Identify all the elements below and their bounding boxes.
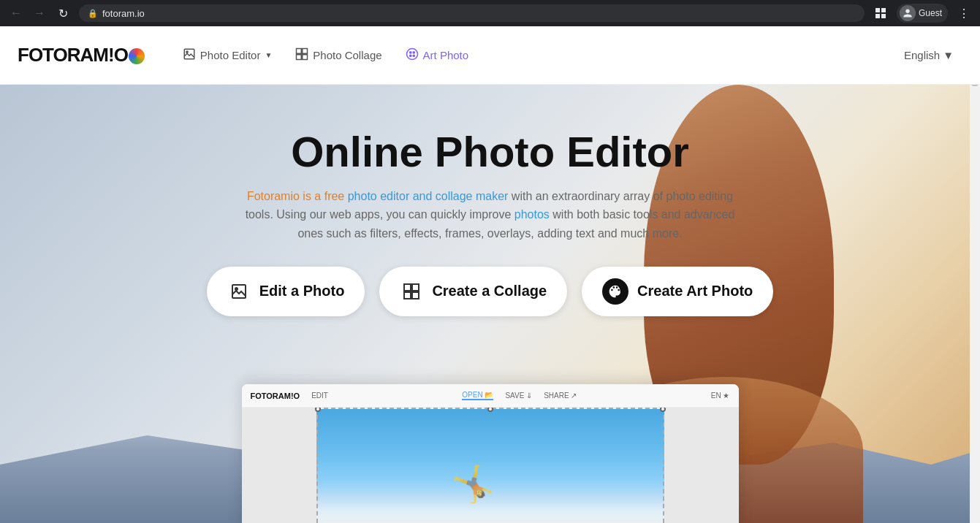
art-photo-label: Art Photo	[423, 49, 469, 61]
guest-button[interactable]: Guest	[897, 4, 948, 23]
svg-point-5	[186, 50, 188, 52]
address-bar[interactable]: 🔒 fotoram.io	[79, 4, 865, 22]
svg-rect-18	[412, 284, 419, 291]
svg-point-11	[409, 51, 411, 53]
edit-photo-icon	[227, 280, 251, 303]
browser-chrome: ← → ↻ 🔒 fotoram.io Guest ⋮	[0, 0, 980, 26]
svg-rect-1	[881, 8, 886, 12]
scrollbar[interactable]	[970, 26, 980, 523]
preview-save-btn[interactable]: SAVE ⇓	[505, 392, 532, 400]
photo-editor-chevron: ▼	[265, 51, 272, 59]
language-chevron: ▼	[943, 49, 954, 61]
reload-button[interactable]: ↻	[53, 3, 73, 23]
photo-collage-label: Photo Collage	[313, 49, 381, 61]
avatar	[900, 5, 916, 21]
menu-icon: ⋮	[958, 7, 970, 20]
back-button[interactable]: ←	[6, 3, 26, 23]
nav-art-photo[interactable]: Art Photo	[397, 42, 478, 69]
hero-section: Online Photo Editor Fotoramio is a free …	[0, 85, 980, 523]
navbar: FOTORAM!O Photo Editor ▼ Photo Collage	[0, 26, 980, 85]
svg-rect-3	[881, 14, 886, 18]
subtitle-orange: Fotoramio is a free	[247, 190, 348, 202]
svg-point-14	[413, 55, 414, 56]
preview-window: FOTORAM!O EDIT OPEN 📂 SAVE ⇓ SHARE ↗ EN …	[242, 384, 739, 523]
subtitle-blue2: photos	[514, 208, 552, 221]
forward-button[interactable]: →	[29, 3, 50, 23]
svg-rect-7	[303, 48, 308, 53]
photo-editor-icon	[183, 47, 196, 64]
tab-icon-button[interactable]	[870, 3, 891, 23]
menu-button[interactable]: ⋮	[954, 3, 974, 23]
svg-rect-2	[875, 14, 880, 18]
cta-buttons: Edit a Photo Create a Collage Create Art…	[207, 267, 774, 316]
svg-rect-20	[412, 292, 419, 299]
preview-container: FOTORAM!O EDIT OPEN 📂 SAVE ⇓ SHARE ↗ EN …	[242, 384, 739, 523]
create-art-photo-label: Create Art Photo	[637, 283, 753, 299]
preview-content: 🤸	[242, 408, 739, 523]
create-collage-label: Create a Collage	[432, 283, 547, 299]
art-photo-icon	[406, 47, 419, 64]
svg-point-13	[409, 55, 411, 56]
url-text: fotoram.io	[102, 8, 145, 19]
browser-nav-buttons: ← → ↻	[6, 3, 73, 23]
photo-editor-label: Photo Editor	[200, 49, 261, 61]
guest-label: Guest	[919, 8, 942, 18]
logo[interactable]: FOTORAM!O	[18, 44, 145, 66]
create-collage-icon	[400, 280, 423, 303]
create-collage-button[interactable]: Create a Collage	[379, 267, 567, 316]
create-art-photo-button[interactable]: Create Art Photo	[582, 267, 773, 316]
nav-photo-editor[interactable]: Photo Editor ▼	[174, 42, 281, 69]
edit-photo-button[interactable]: Edit a Photo	[207, 267, 365, 316]
svg-rect-8	[297, 54, 302, 59]
preview-logo: FOTORAM!O	[251, 392, 300, 400]
nav-links: Photo Editor ▼ Photo Collage Art Photo	[174, 42, 895, 69]
language-selector[interactable]: English ▼	[895, 43, 962, 67]
language-label: English	[904, 49, 940, 61]
svg-point-12	[413, 51, 414, 53]
svg-point-16	[235, 288, 238, 290]
preview-lang-btn[interactable]: EN ★	[711, 392, 730, 400]
logo-text: FOTORAM!	[18, 44, 114, 66]
svg-point-10	[406, 48, 417, 59]
hero-title: Online Photo Editor	[291, 129, 689, 175]
lock-icon: 🔒	[88, 9, 98, 18]
nav-photo-collage[interactable]: Photo Collage	[286, 42, 390, 69]
preview-edit-btn[interactable]: EDIT	[311, 392, 328, 400]
website: FOTORAM!O Photo Editor ▼ Photo Collage	[0, 26, 980, 523]
svg-rect-9	[303, 54, 308, 59]
svg-rect-19	[404, 292, 411, 299]
logo-exclaim: O	[114, 44, 128, 66]
nav-right: English ▼	[895, 43, 962, 67]
hero-subtitle: Fotoramio is a free photo editor and col…	[242, 187, 739, 243]
svg-rect-6	[297, 48, 302, 53]
preview-share-btn[interactable]: SHARE ↗	[544, 392, 577, 400]
subtitle-blue1: photo editor and collage maker	[348, 190, 512, 202]
edit-photo-label: Edit a Photo	[259, 283, 345, 299]
create-art-photo-icon	[602, 278, 628, 305]
svg-rect-0	[875, 8, 880, 12]
photo-collage-icon	[295, 47, 308, 64]
preview-toolbar: FOTORAM!O EDIT OPEN 📂 SAVE ⇓ SHARE ↗ EN …	[242, 384, 739, 408]
logo-circle	[129, 48, 145, 64]
preview-open-btn[interactable]: OPEN 📂	[462, 391, 493, 400]
svg-rect-17	[404, 284, 411, 291]
browser-actions: Guest ⋮	[870, 3, 974, 23]
